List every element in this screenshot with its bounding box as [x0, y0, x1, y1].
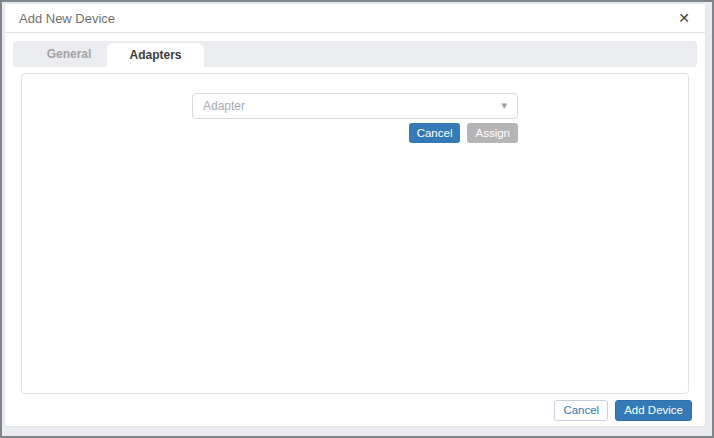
dialog-footer: Cancel Add Device: [554, 400, 692, 421]
screenshot-frame: Add New Device ✕ General Adapters Adapte…: [0, 0, 714, 438]
add-new-device-dialog: Add New Device ✕ General Adapters Adapte…: [4, 3, 706, 427]
adapter-select[interactable]: Adapter ▾: [192, 93, 518, 119]
tab-general-label: General: [47, 47, 92, 61]
tab-adapters[interactable]: Adapters: [107, 43, 204, 67]
chevron-down-icon: ▾: [501, 94, 507, 117]
add-device-button[interactable]: Add Device: [615, 400, 692, 421]
tab-general[interactable]: General: [31, 41, 107, 67]
cancel-assign-button[interactable]: Cancel: [409, 123, 461, 143]
dialog-title: Add New Device: [19, 4, 115, 33]
close-icon[interactable]: ✕: [674, 8, 694, 28]
adapter-select-placeholder: Adapter: [203, 94, 245, 118]
dialog-header: Add New Device ✕: [5, 4, 705, 33]
adapters-tab-panel: Adapter ▾ Cancel Assign: [21, 73, 689, 394]
tab-adapters-label: Adapters: [129, 48, 181, 62]
cancel-button[interactable]: Cancel: [554, 400, 608, 421]
assign-button[interactable]: Assign: [467, 123, 518, 143]
tab-bar: General Adapters: [13, 41, 697, 67]
adapter-actions-row: Cancel Assign: [192, 123, 518, 143]
